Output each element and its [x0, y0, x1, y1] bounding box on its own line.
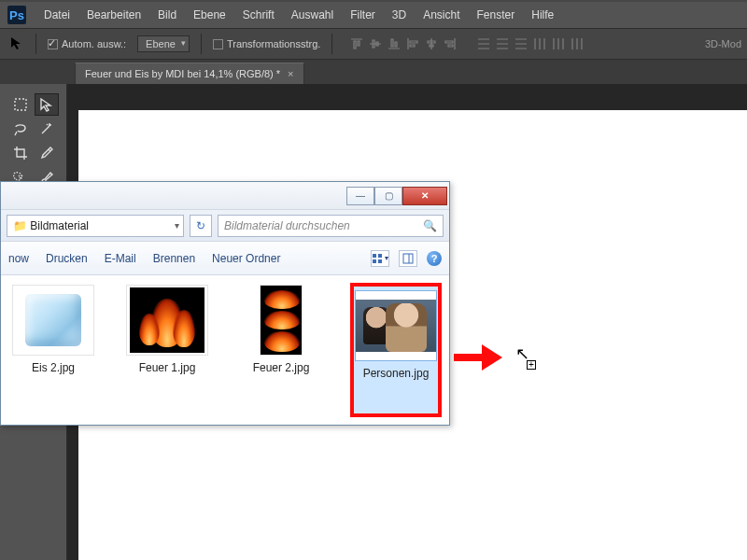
menu-bild[interactable]: Bild	[149, 2, 185, 28]
file-item[interactable]: Feuer 2.jpg	[238, 285, 324, 415]
file-thumbnail	[355, 290, 437, 361]
ps-document-tabs: Feuer und Eis by MDI bei 14,1% (RGB/8) *…	[0, 60, 747, 84]
align-left-icon[interactable]	[403, 35, 422, 52]
preview-pane-button[interactable]	[399, 250, 417, 267]
explorer-toolbar: now Drucken E-Mail Brennen Neuer Ordner …	[1, 242, 449, 275]
file-name: Eis 2.jpg	[32, 361, 75, 374]
svg-rect-2	[378, 254, 382, 258]
distribute-bottom-icon[interactable]	[512, 35, 530, 52]
file-thumbnail	[12, 285, 94, 356]
file-item[interactable]: Eis 2.jpg	[10, 285, 96, 415]
distribute-vcenter-icon[interactable]	[493, 35, 512, 52]
svg-rect-3	[373, 259, 376, 263]
help-icon[interactable]: ?	[427, 251, 442, 266]
menu-hilfe[interactable]: Hilfe	[523, 2, 562, 28]
refresh-button[interactable]: ↻	[190, 215, 212, 237]
menu-auswahl[interactable]: Auswahl	[283, 2, 342, 28]
location-dropdown-icon[interactable]: ▾	[175, 220, 179, 231]
ps-options-bar: Autom. ausw.: Ebene Transformationsstrg.…	[0, 28, 747, 60]
svg-rect-4	[378, 259, 382, 263]
location-field[interactable]: 📁 Bildmaterial ▾	[7, 215, 184, 237]
move-tool-icon	[9, 35, 24, 52]
file-name: Personen.jpg	[363, 367, 430, 380]
file-item[interactable]: Feuer 1.jpg	[124, 285, 210, 415]
drag-cursor-icon: ↖+	[515, 345, 529, 362]
file-name: Feuer 2.jpg	[253, 361, 310, 374]
explorer-window: — ▢ ✕ 📁 Bildmaterial ▾ ↻ Bildmaterial du…	[0, 181, 450, 426]
menu-fenster[interactable]: Fenster	[469, 2, 524, 28]
distribute-top-icon[interactable]	[474, 35, 493, 52]
align-bottom-icon[interactable]	[385, 35, 403, 52]
explorer-file-pane[interactable]: Eis 2.jpg Feuer 1.jpg Feuer 2.jpg	[1, 275, 449, 425]
search-placeholder: Bildmaterial durchsuchen	[224, 219, 350, 232]
maximize-button[interactable]: ▢	[374, 187, 402, 205]
menu-3d[interactable]: 3D	[384, 2, 415, 28]
auto-select-target[interactable]: Ebene	[137, 35, 190, 52]
magic-wand-tool-icon[interactable]	[35, 118, 59, 140]
menu-ebene[interactable]: Ebene	[185, 2, 234, 28]
move-tool-icon[interactable]	[35, 93, 59, 116]
folder-icon: 📁	[13, 219, 27, 232]
eyedropper-tool-icon[interactable]	[35, 142, 59, 164]
toolbar-new-folder[interactable]: Neuer Ordner	[212, 252, 280, 265]
view-options-button[interactable]: ▾	[371, 250, 389, 267]
document-tab[interactable]: Feuer und Eis by MDI bei 14,1% (RGB/8) *…	[75, 63, 304, 84]
file-item-selected[interactable]: Personen.jpg	[352, 285, 440, 415]
distribute-icons	[474, 35, 586, 52]
menu-bearbeiten[interactable]: Bearbeiten	[78, 2, 149, 28]
annotation-arrow	[454, 347, 506, 368]
toolbar-print[interactable]: Drucken	[46, 252, 88, 265]
align-top-icon[interactable]	[347, 35, 366, 52]
explorer-address-bar: 📁 Bildmaterial ▾ ↻ Bildmaterial durchsuc…	[1, 210, 449, 242]
align-icons	[347, 35, 459, 52]
close-tab-icon[interactable]: ×	[288, 68, 293, 79]
crop-tool-icon[interactable]	[8, 142, 33, 164]
distribute-hcenter-icon[interactable]	[549, 35, 568, 52]
distribute-right-icon[interactable]	[568, 35, 586, 52]
file-thumbnail	[126, 285, 208, 356]
search-input[interactable]: Bildmaterial durchsuchen 🔍	[218, 215, 444, 237]
explorer-titlebar[interactable]: — ▢ ✕	[1, 182, 449, 210]
close-button[interactable]: ✕	[402, 187, 447, 205]
svg-rect-1	[373, 254, 376, 258]
lasso-tool-icon[interactable]	[8, 118, 33, 140]
file-name: Feuer 1.jpg	[139, 361, 196, 374]
search-icon: 🔍	[423, 219, 437, 232]
svg-rect-0	[15, 99, 26, 110]
align-vcenter-icon[interactable]	[366, 35, 385, 52]
menu-datei[interactable]: Datei	[35, 2, 78, 28]
distribute-left-icon[interactable]	[530, 35, 549, 52]
svg-rect-5	[403, 254, 413, 263]
align-hcenter-icon[interactable]	[422, 35, 441, 52]
menu-filter[interactable]: Filter	[342, 2, 384, 28]
ps-logo: Ps	[7, 6, 26, 24]
toolbar-burn[interactable]: Brennen	[153, 252, 195, 265]
align-right-icon[interactable]	[441, 35, 459, 52]
location-text: Bildmaterial	[30, 219, 89, 232]
toolbar-email[interactable]: E-Mail	[105, 252, 136, 265]
auto-select-checkbox[interactable]: Autom. ausw.:	[48, 38, 126, 50]
ps-menubar: Ps Datei Bearbeiten Bild Ebene Schrift A…	[0, 2, 747, 28]
menu-schrift[interactable]: Schrift	[234, 2, 283, 28]
opt-3d-mode[interactable]: 3D-Mod	[705, 38, 747, 49]
marquee-tool-icon[interactable]	[8, 93, 33, 116]
toolbar-item-left[interactable]: now	[8, 252, 29, 265]
menu-ansicht[interactable]: Ansicht	[415, 2, 468, 28]
document-tab-title: Feuer und Eis by MDI bei 14,1% (RGB/8) *	[85, 68, 280, 79]
transform-controls-checkbox[interactable]: Transformationsstrg.	[213, 38, 320, 50]
file-thumbnail	[260, 285, 303, 356]
minimize-button[interactable]: —	[346, 187, 374, 205]
